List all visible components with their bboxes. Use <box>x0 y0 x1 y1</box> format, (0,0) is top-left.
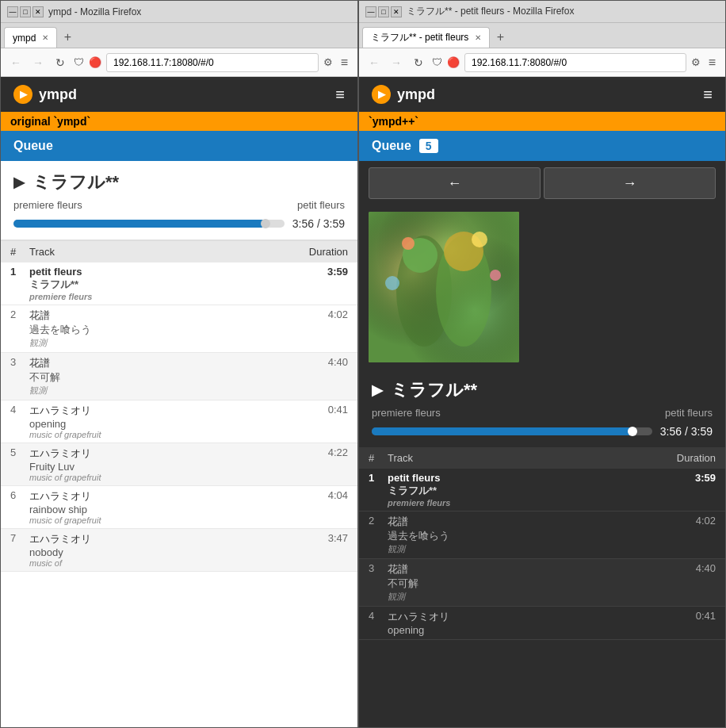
table-row[interactable]: 6 エハラミオリ rainbow ship music of grapefrui… <box>1 486 357 529</box>
left-track-num-4: 4 <box>10 404 29 416</box>
right-prev-button[interactable]: ← <box>369 167 541 199</box>
right-next-button[interactable]: → <box>544 167 716 199</box>
left-now-playing: ▶ ミラフル** premiere fleurs petit fleurs 3:… <box>1 161 357 240</box>
left-hamburger-menu[interactable]: ≡ <box>335 86 345 104</box>
table-row[interactable]: 2 花譜 過去を喰らう 観測 4:02 <box>359 512 725 559</box>
right-track-table-header: # Track Duration <box>359 447 725 469</box>
left-col-num: # <box>10 246 29 258</box>
left-track-duration-7: 3:47 <box>292 532 348 544</box>
right-app-header: ▶ ympd ≡ <box>359 77 725 112</box>
right-progress-bar-container: 3:56 / 3:59 <box>372 425 713 438</box>
right-window-title: ミラフル** - petit fleurs - Mozilla Firefox <box>407 5 574 18</box>
right-tab-bar: ミラフル** - petit fleurs ✕ + <box>359 23 725 48</box>
left-track-list-scroll[interactable]: # Track Duration 1 petit fleurs ミラフル** p… <box>1 240 357 727</box>
right-close-button[interactable]: ✕ <box>391 6 402 17</box>
table-row[interactable]: 1 petit fleurs ミラフル** premiere fleurs 3:… <box>1 262 357 305</box>
left-address-bar: ← → ↻ 🛡 🔴 ⚙ ≡ <box>1 48 357 77</box>
left-app-logo: ▶ ympd <box>13 85 77 104</box>
right-hamburger-menu[interactable]: ≡ <box>703 86 713 104</box>
left-track-info-6: エハラミオリ rainbow ship music of grapefruit <box>29 489 292 525</box>
left-track-duration-3: 4:40 <box>292 356 348 368</box>
left-app-title: ympd <box>39 86 77 103</box>
right-progress-fill <box>372 427 632 435</box>
right-album: petit fleurs <box>665 407 713 419</box>
left-app-content: ▶ ympd ≡ original `ympd` Queue ▶ ミラフル** … <box>1 77 357 727</box>
left-artist-album: premiere fleurs petit fleurs <box>13 199 345 211</box>
left-track-num-7: 7 <box>10 532 29 544</box>
left-tab-label: ympd <box>13 33 36 44</box>
left-window-title: ympd - Mozilla Firefox <box>48 6 141 17</box>
table-row[interactable]: 2 花譜 過去を喰らう 観測 4:02 <box>1 305 357 353</box>
left-menu-button[interactable]: ≡ <box>338 56 351 70</box>
left-track-info-1: petit fleurs ミラフル** premiere fleurs <box>29 266 292 301</box>
right-track-duration-2: 4:02 <box>668 515 716 527</box>
left-track-track-4: opening <box>29 418 292 430</box>
left-tab-close[interactable]: ✕ <box>42 33 48 42</box>
right-forward-button[interactable]: → <box>388 54 405 71</box>
right-address-input[interactable] <box>464 53 686 72</box>
table-row[interactable]: 7 エハラミオリ nobody music of 3:47 <box>1 529 357 572</box>
right-now-playing: ▶ ミラフル** premiere fleurs petit fleurs 3:… <box>359 369 725 447</box>
left-track-num-3: 3 <box>10 356 29 368</box>
left-track-info-4: エハラミオリ opening music of grapefruit <box>29 404 292 439</box>
left-back-button[interactable]: ← <box>7 54 25 71</box>
left-play-icon[interactable]: ▶ <box>13 174 25 191</box>
svg-point-8 <box>402 237 415 250</box>
left-tab-ympd[interactable]: ympd ✕ <box>4 27 57 48</box>
right-nav-controls: ← → <box>359 161 725 205</box>
right-track-name-4: エハラミオリ <box>388 610 668 624</box>
right-app-logo: ▶ ympd <box>372 85 435 104</box>
right-tab-close[interactable]: ✕ <box>475 33 481 42</box>
right-album-art-svg <box>369 212 519 362</box>
table-row[interactable]: 3 花譜 不可解 観測 4:40 <box>1 353 357 400</box>
left-track-num-2: 2 <box>10 308 29 320</box>
table-row[interactable]: 5 エハラミオリ Fruity Luv music of grapefruit … <box>1 443 357 486</box>
left-forward-button[interactable]: → <box>29 54 47 71</box>
left-refresh-button[interactable]: ↻ <box>52 54 69 71</box>
right-refresh-button[interactable]: ↻ <box>410 54 427 71</box>
right-minimize-button[interactable]: — <box>365 6 376 17</box>
left-track-track-7: nobody <box>29 546 292 558</box>
left-progress-time: 3:56 / 3:59 <box>292 217 345 230</box>
right-track-info-3: 花譜 不可解 観測 <box>388 562 668 603</box>
table-row[interactable]: 4 エハラミオリ opening music of grapefruit 0:4… <box>1 400 357 443</box>
right-track-artist-1: premiere fleurs <box>388 498 668 508</box>
right-browser-window: — □ ✕ ミラフル** - petit fleurs - Mozilla Fi… <box>358 0 726 728</box>
right-progress-track[interactable] <box>372 427 652 435</box>
right-logo-icon: ▶ <box>372 85 391 104</box>
left-now-playing-title: ▶ ミラフル** <box>13 171 345 194</box>
table-row[interactable]: 4 エハラミオリ opening 0:41 <box>359 607 725 640</box>
right-play-icon[interactable]: ▶ <box>372 381 383 399</box>
left-close-button[interactable]: ✕ <box>32 6 44 17</box>
left-progress-bar-container: 3:56 / 3:59 <box>13 217 345 230</box>
right-maximize-button[interactable]: □ <box>378 6 389 17</box>
left-track-duration-2: 4:02 <box>292 308 348 320</box>
right-track-duration-4: 0:41 <box>668 610 716 622</box>
left-track-track-1: ミラフル** <box>29 278 292 292</box>
right-track-list-scroll[interactable]: # Track Duration 1 petit fleurs ミラフル** p… <box>359 447 725 727</box>
left-track-name-2: 花譜 <box>29 308 292 323</box>
left-track-name-3: 花譜 <box>29 356 292 370</box>
left-minimize-button[interactable]: — <box>7 6 18 17</box>
left-track-duration-6: 4:04 <box>292 489 348 501</box>
right-track-name-3: 花譜 <box>388 562 668 577</box>
left-new-tab-button[interactable]: + <box>57 27 78 48</box>
right-queue-count: 5 <box>419 139 438 153</box>
left-track-track-6: rainbow ship <box>29 504 292 515</box>
right-back-button[interactable]: ← <box>365 54 383 71</box>
left-progress-track[interactable] <box>13 220 285 228</box>
left-track-track-2: 過去を喰らう <box>29 323 292 337</box>
left-track-num-1: 1 <box>10 266 29 278</box>
left-track-name-5: エハラミオリ <box>29 446 292 461</box>
left-title-bar: — □ ✕ ympd - Mozilla Firefox <box>1 1 357 23</box>
table-row[interactable]: 3 花譜 不可解 観測 4:40 <box>359 559 725 607</box>
left-track-info-3: 花譜 不可解 観測 <box>29 356 292 397</box>
table-row[interactable]: 1 petit fleurs ミラフル** premiere fleurs 3:… <box>359 469 725 512</box>
left-address-input[interactable] <box>106 53 319 72</box>
left-maximize-button[interactable]: □ <box>20 6 31 17</box>
right-menu-button[interactable]: ≡ <box>705 56 719 70</box>
left-extensions-icon: ⚙ <box>323 56 333 68</box>
right-new-tab-button[interactable]: + <box>490 27 510 48</box>
left-privacy-icon: 🔴 <box>89 56 101 68</box>
right-tab-main[interactable]: ミラフル** - petit fleurs ✕ <box>362 27 490 48</box>
